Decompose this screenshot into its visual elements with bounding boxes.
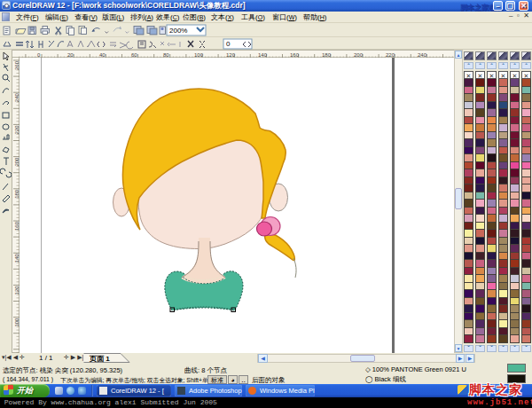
svg-text:260: 260 — [14, 60, 20, 70]
svg-text:40: 40 — [99, 52, 106, 58]
svg-text:80: 80 — [163, 52, 169, 58]
svg-text:160: 160 — [290, 52, 300, 58]
svg-text:120: 120 — [226, 52, 236, 58]
svg-text:100: 100 — [194, 52, 204, 58]
svg-text:140: 140 — [258, 52, 268, 58]
svg-text:60: 60 — [131, 52, 137, 58]
svg-text:180: 180 — [322, 52, 332, 58]
svg-text:240: 240 — [14, 93, 20, 103]
svg-text:200: 200 — [354, 52, 364, 58]
svg-text:180: 180 — [14, 189, 20, 199]
svg-text:220: 220 — [386, 52, 395, 58]
svg-text:100: 100 — [14, 318, 20, 327]
svg-text:200: 200 — [14, 157, 20, 167]
svg-text:240: 240 — [418, 52, 427, 58]
svg-text:160: 160 — [14, 221, 20, 231]
svg-text:120: 120 — [14, 286, 20, 295]
svg-text:20: 20 — [67, 52, 74, 58]
svg-text:200%: 200% — [169, 27, 187, 35]
svg-text:140: 140 — [14, 254, 20, 263]
svg-text:220: 220 — [14, 125, 20, 135]
svg-text:0: 0 — [37, 52, 41, 58]
svg-text:0: 0 — [226, 40, 231, 48]
